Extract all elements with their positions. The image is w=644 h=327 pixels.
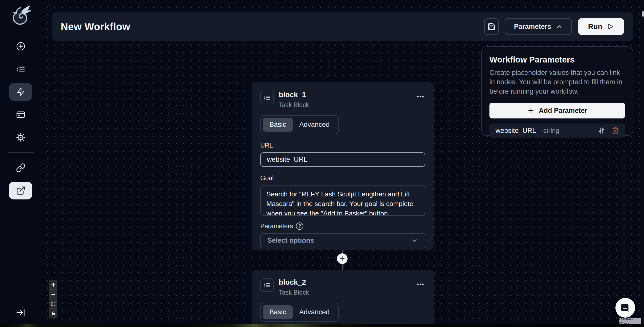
tab-basic[interactable]: Basic [263, 118, 293, 132]
lock-toggle-button[interactable] [49, 309, 57, 318]
sidebar-item-create[interactable] [9, 37, 32, 55]
sidebar-item-open-external[interactable] [9, 182, 32, 199]
parameter-actions [598, 127, 619, 134]
sidebar-collapse-button[interactable] [0, 306, 41, 319]
chat-bubble-icon [620, 302, 631, 313]
sidebar-item-billing[interactable] [9, 106, 32, 124]
node-block-2[interactable]: block_2 Task Block Basic Advanced [252, 270, 434, 324]
parameter-key: website_URL [496, 127, 536, 135]
sliders-icon [598, 127, 605, 134]
url-input[interactable] [260, 152, 425, 167]
plus-circle-icon [16, 42, 26, 51]
external-link-icon [16, 186, 26, 195]
task-block-icon-box [260, 278, 274, 292]
zoom-in-button[interactable] [49, 280, 57, 290]
sidebar-item-runs[interactable] [9, 60, 32, 78]
node-menu-button[interactable] [416, 91, 425, 103]
ellipsis-icon [416, 280, 425, 289]
list-icon [263, 281, 271, 289]
run-label: Run [588, 23, 602, 31]
credit-card-icon [16, 110, 26, 119]
scrollbar-thumb[interactable] [642, 11, 644, 17]
sidebar-item-link[interactable] [9, 159, 32, 177]
minus-icon [51, 292, 56, 297]
save-button[interactable] [484, 18, 499, 35]
run-button[interactable]: Run [578, 18, 624, 35]
save-icon [487, 23, 496, 31]
trash-icon [611, 127, 619, 134]
parameters-field-label: Parameters ? [260, 222, 425, 230]
node-block-1[interactable]: block_1 Task Block Basic Advanced URL Go… [252, 82, 434, 250]
workflow-editor-app: New Workflow Parameters [0, 0, 644, 327]
tab-basic[interactable]: Basic [263, 305, 293, 319]
arrow-right-to-line-icon [16, 308, 26, 318]
ellipsis-icon [416, 92, 425, 101]
add-node-button[interactable] [337, 253, 348, 264]
goal-field-label: Goal [260, 174, 425, 182]
lightning-icon [16, 87, 26, 97]
chat-launcher-button[interactable] [615, 298, 635, 318]
node-header: block_1 Task Block [260, 91, 425, 109]
plus-icon [339, 255, 346, 262]
node-title: block_2 [279, 278, 416, 287]
page-title: New Workflow [61, 21, 484, 32]
canvas-zoom-controls [49, 280, 57, 318]
tab-advanced[interactable]: Advanced [293, 118, 336, 132]
node-type-label: Task Block [279, 101, 416, 109]
url-field-label: URL [260, 142, 425, 149]
node-mode-tabs: Basic Advanced [260, 303, 339, 322]
parameters-toggle-button[interactable]: Parameters [505, 18, 572, 35]
edit-parameter-button[interactable] [598, 127, 605, 134]
parameters-toggle-label: Parameters [514, 23, 551, 31]
topbar-actions: Parameters Run [484, 18, 624, 35]
sidebar [0, 0, 41, 324]
select-placeholder: Select options [267, 237, 314, 244]
node-title: block_1 [279, 91, 416, 99]
goal-textarea[interactable]: Search for "REFY Lash Sculpt Lengthen an… [260, 185, 425, 216]
parameter-row[interactable]: website_URL string [489, 124, 625, 138]
list-icon [16, 64, 26, 74]
fit-view-icon [51, 301, 56, 306]
tab-advanced[interactable]: Advanced [293, 305, 336, 319]
node-titles: block_1 Task Block [279, 91, 416, 109]
add-parameter-label: Add Parameter [539, 107, 587, 115]
react-flow-attribution: React Flow [619, 318, 641, 324]
parameter-type: string [543, 127, 598, 135]
plus-icon [527, 107, 535, 114]
add-parameter-button[interactable]: Add Parameter [489, 103, 625, 118]
fit-view-button[interactable] [49, 299, 57, 309]
link-icon [16, 163, 26, 173]
chevron-up-icon [556, 23, 563, 30]
sidebar-nav [0, 37, 41, 199]
chevron-down-icon [411, 237, 418, 244]
node-header: block_2 Task Block [260, 278, 425, 296]
panel-description: Create placeholder values that you can l… [489, 68, 625, 96]
node-menu-button[interactable] [416, 278, 425, 290]
workflow-parameters-panel: Workflow Parameters Create placeholder v… [481, 46, 633, 136]
parameters-select[interactable]: Select options [260, 233, 425, 248]
unlock-icon [51, 311, 56, 316]
node-type-label: Task Block [279, 289, 416, 296]
dragon-logo[interactable] [8, 4, 33, 30]
workflow-topbar: New Workflow Parameters [52, 12, 633, 41]
sidebar-item-settings[interactable] [9, 129, 32, 146]
help-icon[interactable]: ? [296, 222, 303, 230]
panel-title: Workflow Parameters [489, 55, 625, 65]
node-titles: block_2 Task Block [279, 278, 416, 296]
list-icon [263, 94, 271, 101]
sidebar-item-workflows[interactable] [9, 83, 32, 101]
sidebar-divider [8, 152, 34, 153]
task-block-icon-box [260, 91, 274, 104]
desktop-edge-strip [0, 324, 644, 327]
play-icon [606, 23, 614, 30]
plus-icon [51, 282, 56, 287]
delete-parameter-button[interactable] [611, 127, 619, 134]
zoom-out-button[interactable] [49, 290, 57, 299]
workflow-canvas[interactable]: New Workflow Parameters [41, 0, 644, 324]
node-mode-tabs: Basic Advanced [260, 115, 339, 134]
gear-icon [16, 133, 26, 142]
